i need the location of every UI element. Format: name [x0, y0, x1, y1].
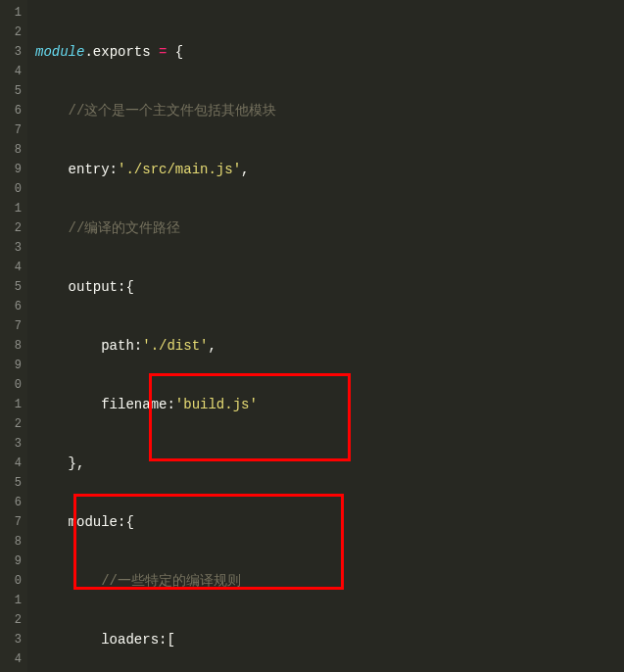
- line-number: 3: [0, 42, 22, 62]
- code-line: //编译的文件路径: [35, 218, 471, 238]
- line-number: 3: [0, 630, 22, 649]
- code-line: //这个是一个主文件包括其他模块: [35, 101, 471, 120]
- code-line: module:{: [35, 512, 471, 532]
- code-area[interactable]: module.exports = { //这个是一个主文件包括其他模块 entr…: [27, 0, 471, 672]
- line-number: 7: [0, 316, 22, 336]
- code-line: path:'./dist',: [35, 336, 471, 356]
- code-line: //一些特定的编译规则: [35, 571, 471, 591]
- line-number: 3: [0, 238, 22, 258]
- line-number: 4: [0, 258, 22, 277]
- line-number: 1: [0, 591, 22, 610]
- line-number: 7: [0, 120, 22, 140]
- line-number: 1: [0, 199, 22, 218]
- line-number: 2: [0, 23, 22, 42]
- line-number: 9: [0, 552, 22, 571]
- line-number: 4: [0, 649, 22, 669]
- line-number: 0: [0, 179, 22, 199]
- line-number: 4: [0, 454, 22, 473]
- line-number: 5: [0, 81, 22, 101]
- line-number: 3: [0, 434, 22, 454]
- code-line: entry:'./src/main.js',: [35, 160, 471, 179]
- line-number-gutter: 1234567890123456789012345678901234: [0, 0, 27, 672]
- line-number: 1: [0, 3, 22, 23]
- line-number: 8: [0, 336, 22, 356]
- code-editor[interactable]: 1234567890123456789012345678901234 modul…: [0, 0, 624, 672]
- line-number: 8: [0, 532, 22, 552]
- line-number: 9: [0, 160, 22, 179]
- line-number: 6: [0, 101, 22, 120]
- line-number: 2: [0, 610, 22, 630]
- highlight-box: [149, 373, 351, 461]
- code-line: output:{: [35, 277, 471, 297]
- code-line: loaders:[: [35, 630, 471, 649]
- line-number: 9: [0, 356, 22, 375]
- line-number: 2: [0, 414, 22, 434]
- line-number: 1: [0, 395, 22, 414]
- line-number: 7: [0, 512, 22, 532]
- line-number: 5: [0, 277, 22, 297]
- code-line: filename:'build.js': [35, 395, 471, 414]
- line-number: 0: [0, 571, 22, 591]
- line-number: 0: [0, 375, 22, 395]
- line-number: 6: [0, 297, 22, 316]
- line-number: 2: [0, 218, 22, 238]
- line-number: 6: [0, 493, 22, 512]
- line-number: 8: [0, 140, 22, 160]
- line-number: 5: [0, 473, 22, 493]
- code-line: module.exports = {: [35, 42, 471, 62]
- code-line: },: [35, 454, 471, 473]
- line-number: 4: [0, 62, 22, 81]
